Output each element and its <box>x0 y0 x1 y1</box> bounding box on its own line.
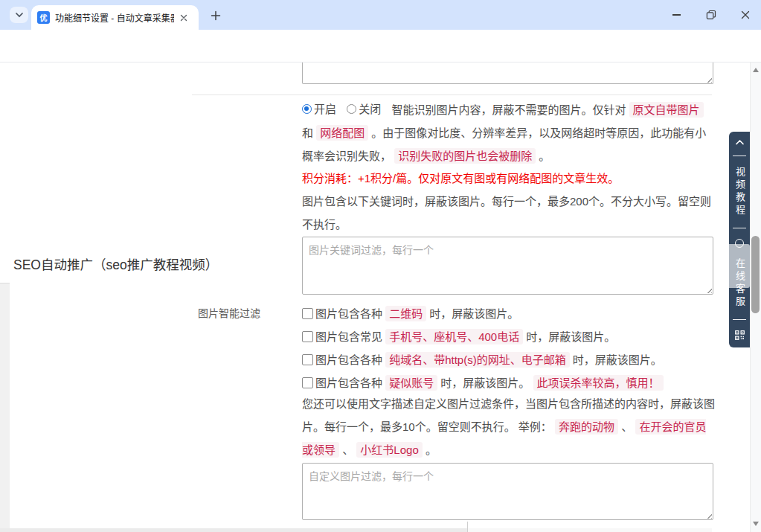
hint-text: 、 <box>618 420 635 433</box>
keyword-chip: 疑似账号 <box>385 375 437 391</box>
account-checkbox[interactable] <box>302 377 313 388</box>
desc-text: 智能识别图片内容，屏蔽不需要的图片。仅针对 <box>391 103 629 116</box>
custom-filter-textarea[interactable] <box>302 463 713 520</box>
customer-service-icon[interactable] <box>735 239 744 248</box>
plus-icon <box>211 10 221 21</box>
chevron-down-icon <box>15 12 24 18</box>
panel-divider <box>733 319 746 321</box>
radio-option-on[interactable]: 开启 <box>302 97 336 121</box>
next-section-strip-light <box>467 528 712 532</box>
desc-text: 和 <box>302 126 316 139</box>
check-text: 图片包含各种 <box>315 376 385 389</box>
previous-textarea-partial <box>302 63 713 84</box>
check-text: 图片包含各种 <box>315 353 385 366</box>
custom-filter-hint: 您还可以使用文字描述自定义图片过滤条件，当图片包含所描述的内容时，屏蔽该图片。每… <box>302 392 716 461</box>
url-checkbox[interactable] <box>302 354 313 365</box>
radio-on-label: 开启 <box>314 97 336 121</box>
radio-option-off[interactable]: 关闭 <box>347 97 381 121</box>
browser-window: 优 功能细节设置 - 自动文章采集器 <box>0 0 761 532</box>
browser-toolbar: ucaiyun.com/caiji/settings/ 井 <box>0 30 761 63</box>
panel-divider <box>733 228 746 229</box>
close-icon <box>741 10 750 19</box>
filter-row-qrcode: 图片包含各种 二维码 时，屏蔽该图片。 <box>302 302 722 325</box>
tab-close-button[interactable] <box>177 11 190 24</box>
keyword-chip: 原文自带图片 <box>629 102 704 118</box>
radio-off-label: 关闭 <box>359 97 381 121</box>
section-divider <box>192 94 712 95</box>
title-bar: 优 功能细节设置 - 自动文章采集器 <box>0 0 761 30</box>
next-section-strip <box>0 528 467 532</box>
phone-checkbox[interactable] <box>302 331 313 342</box>
keyword-filter-textarea[interactable] <box>302 237 713 295</box>
check-text: 时，屏蔽该图片。 <box>570 353 662 366</box>
hint-text: 。 <box>423 443 437 456</box>
scrollbar-down-arrow[interactable] <box>753 522 759 526</box>
qrcode-button[interactable] <box>735 330 745 340</box>
panel-divider <box>733 156 746 157</box>
warning-chip: 此项误杀率较高，慎用！ <box>533 375 664 391</box>
filter-row-account: 图片包含各种 疑似账号 时，屏蔽该图片。 此项误杀率较高，慎用！ <box>302 371 722 394</box>
credit-cost-note: 积分消耗：+1积分/篇。仅对原文有图或有网络配图的文章生效。 <box>302 167 716 190</box>
smart-recognition-paragraph: 开启 关闭 智能识别图片内容，屏蔽不需要的图片。仅针对 原文自带图片 和 网络配… <box>302 97 716 167</box>
keyword-chip: 二维码 <box>385 306 426 321</box>
image-filter-label: 图片智能过滤 <box>0 302 260 325</box>
radio-off-icon <box>347 104 356 114</box>
qr-code-icon <box>735 330 745 340</box>
browser-tab[interactable]: 优 功能细节设置 - 自动文章采集器 <box>31 5 199 30</box>
filter-row-phone: 图片包含常见 手机号、座机号、400电话 时，屏蔽该图片。 <box>302 325 722 348</box>
close-icon <box>180 14 187 22</box>
hint-text: 、 <box>339 443 356 456</box>
scrollbar-up-arrow[interactable] <box>753 68 759 72</box>
radio-on-icon <box>302 104 312 114</box>
online-service-link[interactable]: 在线客服 <box>729 258 750 309</box>
window-close-button[interactable] <box>729 0 761 30</box>
window-minimize-button[interactable] <box>660 0 693 30</box>
section-heading: SEO自动推广（seo推广教程视频） <box>13 256 218 274</box>
keyword-chip: 纯域名、带http(s)的网址、电子邮箱 <box>385 352 570 368</box>
next-element-edge <box>467 522 468 532</box>
example-chip: 小红书Logo <box>356 442 422 458</box>
filter-row-url: 图片包含各种 纯域名、带http(s)的网址、电子邮箱 时，屏蔽该图片。 <box>302 348 722 371</box>
video-tutorial-link[interactable]: 视频教程 <box>729 167 750 217</box>
keyword-filter-hint: 图片包含以下关键词时，屏蔽该图片。每行一个，最多200个。不分大小写。留空则不执… <box>302 190 716 236</box>
desc-text: 。 <box>536 150 550 162</box>
check-text: 时，屏蔽该图片。 <box>426 307 518 320</box>
keyword-chip: 网络配图 <box>316 125 368 141</box>
keyword-chip: 识别失败的图片也会被删除 <box>394 148 536 164</box>
check-text: 时，屏蔽该图片。 <box>437 376 533 389</box>
keyword-filter-field <box>302 237 713 295</box>
check-text: 图片包含常见 <box>315 330 385 343</box>
check-text: 图片包含各种 <box>315 307 385 320</box>
qrcode-checkbox[interactable] <box>302 308 313 319</box>
page-background-strip <box>0 283 10 532</box>
keyword-chip: 手机号、座机号、400电话 <box>385 329 523 344</box>
tab-title: 功能细节设置 - 自动文章采集器 <box>55 11 174 24</box>
back-to-top-button[interactable] <box>735 139 745 145</box>
restore-icon <box>706 10 716 20</box>
tab-search-button[interactable] <box>10 7 28 23</box>
floating-side-panel: 视频教程 在线客服 <box>729 132 750 347</box>
new-tab-button[interactable] <box>209 9 222 22</box>
custom-filter-field <box>302 463 713 520</box>
example-chip: 奔跑的动物 <box>555 419 618 435</box>
chevron-up-icon <box>735 139 745 145</box>
check-text: 时，屏蔽该图片。 <box>523 330 615 343</box>
scrollbar-thumb[interactable] <box>751 236 760 313</box>
site-favicon: 优 <box>37 11 50 24</box>
window-restore-button[interactable] <box>695 0 728 30</box>
previous-settings-textarea[interactable] <box>302 63 713 84</box>
minimize-icon <box>672 14 681 15</box>
